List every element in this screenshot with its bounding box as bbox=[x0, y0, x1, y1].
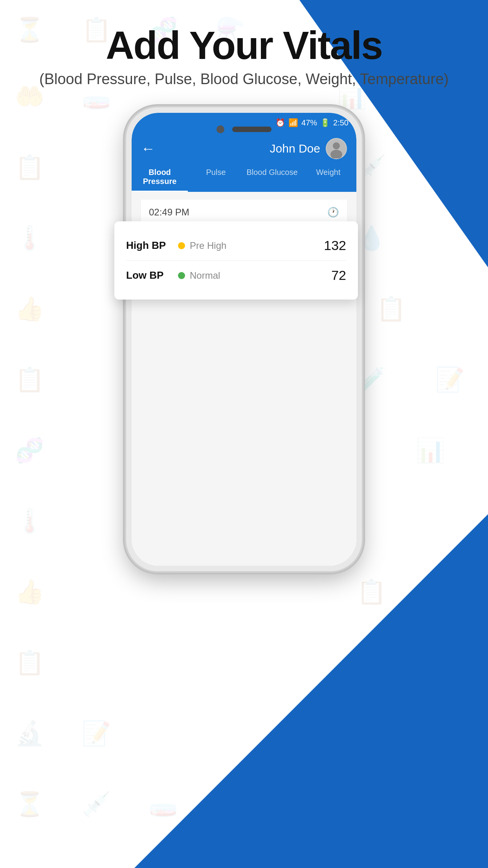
app-header: ← John Doe bbox=[132, 132, 356, 159]
user-info: John Doe bbox=[270, 138, 347, 159]
high-bp-label: High BP bbox=[126, 239, 173, 252]
page-content: Add Your Vitals (Blood Pressure, Pulse, … bbox=[0, 0, 488, 868]
tab-pulse[interactable]: Pulse bbox=[188, 163, 244, 192]
page-subtitle: (Blood Pressure, Pulse, Blood Glucose, W… bbox=[39, 71, 449, 88]
camera-dot bbox=[216, 125, 224, 133]
page-title: Add Your Vitals bbox=[39, 24, 449, 67]
tab-blood-glucose[interactable]: Blood Glucose bbox=[244, 163, 300, 192]
status-battery-pct: 47% bbox=[301, 118, 317, 127]
low-bp-status: Normal bbox=[190, 270, 331, 281]
high-bp-dot bbox=[178, 242, 185, 249]
screen-app: ⏰ 📶 47% 🔋 2:50 ← John Doe bbox=[132, 113, 356, 566]
popup-card: High BP Pre High 132 Low BP Normal 72 bbox=[114, 221, 358, 300]
phone-outer: ⏰ 📶 47% 🔋 2:50 ← John Doe bbox=[126, 107, 362, 571]
low-bp-dot bbox=[178, 272, 185, 279]
phone-mockup: ⏰ 📶 47% 🔋 2:50 ← John Doe bbox=[126, 107, 362, 571]
low-bp-label: Low BP bbox=[126, 269, 173, 281]
status-battery: 🔋 bbox=[320, 118, 330, 127]
time-field-value: 02:49 PM bbox=[149, 207, 189, 218]
header-section: Add Your Vitals (Blood Pressure, Pulse, … bbox=[39, 24, 449, 88]
tabs-bar: Blood Pressure Pulse Blood Glucose Weigh… bbox=[132, 159, 356, 192]
phone-inner: ⏰ 📶 47% 🔋 2:50 ← John Doe bbox=[132, 113, 356, 566]
high-bp-status: Pre High bbox=[190, 240, 324, 251]
back-button[interactable]: ← bbox=[141, 140, 155, 157]
phone-top-bar bbox=[205, 124, 283, 135]
svg-point-1 bbox=[333, 142, 340, 149]
high-bp-row: High BP Pre High 132 bbox=[126, 231, 346, 261]
user-name: John Doe bbox=[270, 142, 320, 155]
screen: ⏰ 📶 47% 🔋 2:50 ← John Doe bbox=[132, 113, 356, 566]
status-signal: 📶 bbox=[288, 118, 298, 127]
time-icon: 🕐 bbox=[327, 207, 339, 218]
status-time: 2:50 bbox=[333, 118, 349, 127]
low-bp-row: Low BP Normal 72 bbox=[126, 261, 346, 290]
tab-blood-pressure[interactable]: Blood Pressure bbox=[132, 163, 188, 192]
tab-weight[interactable]: Weight bbox=[300, 163, 356, 192]
low-bp-value: 72 bbox=[331, 268, 346, 283]
speaker-bar bbox=[232, 127, 272, 132]
high-bp-value: 132 bbox=[324, 238, 346, 253]
avatar bbox=[326, 138, 347, 159]
